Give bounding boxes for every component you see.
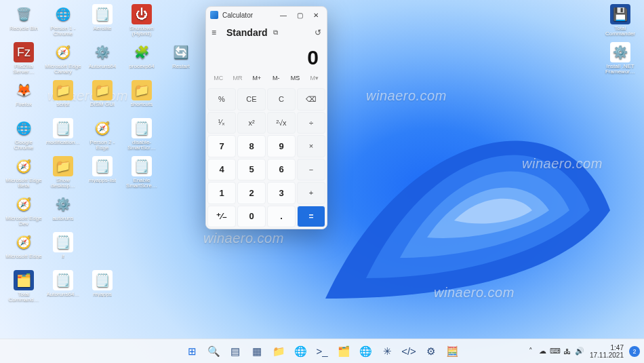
desktop-icon-autoruns[interactable]: ⚙️autoruns	[43, 193, 83, 231]
tray-onedrive-icon[interactable]: ☁	[537, 343, 549, 360]
key-4[interactable]: 4	[207, 159, 236, 181]
taskbar-chrome[interactable]: 🌐	[356, 342, 375, 361]
key-8[interactable]: 8	[237, 135, 266, 157]
key-=[interactable]: =	[297, 206, 325, 228]
desktop-icon-enable-smartscreen[interactable]: 🗒️Enable SmartScre…	[122, 155, 161, 193]
total-commander-r-icon: 💾	[610, 4, 630, 24]
desktop-icon-edge-beta[interactable]: 🧭Microsoft Edge Beta	[4, 155, 43, 193]
notifications-badge[interactable]: 2	[629, 346, 640, 357]
history-icon[interactable]: ↺	[315, 28, 321, 37]
key-⌫[interactable]: ⌫	[297, 88, 325, 111]
desktop-icon-show-desktop[interactable]: 📁Show desktop…	[43, 155, 83, 193]
key-⁺∕₋[interactable]: ⁺∕₋	[207, 206, 236, 228]
desktop-icon-google-chrome[interactable]: 🌐Google Chrome	[4, 117, 43, 155]
key-3[interactable]: 3	[267, 182, 296, 204]
key-x²[interactable]: x²	[237, 112, 266, 134]
desktop-icon-recycle-bin[interactable]: 🗑️Recycle Bin	[4, 3, 43, 41]
mem-m-[interactable]: M-	[266, 72, 285, 84]
key-C[interactable]: C	[267, 88, 296, 111]
keep-on-top-icon[interactable]: ⧉	[273, 28, 278, 37]
desktop-icon-shortcuts[interactable]: 📁shortcuts	[122, 79, 161, 117]
desktop-icon-total-commander[interactable]: 🗂️Total Command…	[4, 269, 43, 307]
desktop-icon-label: Microsoft Edge Canary	[45, 64, 81, 75]
desktop-icon-if[interactable]: 🗒️if	[43, 231, 83, 269]
edge-beta-icon: 🧭	[14, 156, 34, 176]
calculator-titlebar[interactable]: Calculator ― ▢ ✕	[206, 7, 327, 23]
tray-chevron-icon[interactable]: ˄	[525, 343, 537, 360]
key-²√x[interactable]: ²√x	[267, 112, 296, 134]
tray-volume-icon[interactable]: 🔊	[573, 343, 586, 360]
desktop-icon-total-commander-r[interactable]: 💾Total Commander	[601, 3, 640, 41]
key-5[interactable]: 5	[237, 159, 266, 181]
taskbar-task-view[interactable]: ▤	[226, 342, 245, 361]
desktop-icon-disable-smartscreen[interactable]: 🗒️disable-SmartScr…	[122, 117, 161, 155]
key-2[interactable]: 2	[237, 182, 266, 204]
edge-canary-icon: 🧭	[53, 42, 73, 62]
taskbar-calculator[interactable]: 🧮	[443, 342, 462, 361]
desktop-icon-filezilla-server[interactable]: FzFileZilla Server…	[4, 41, 43, 79]
taskbar-vscode[interactable]: </>	[399, 342, 418, 361]
close-button[interactable]: ✕	[308, 8, 324, 22]
taskbar-search[interactable]: 🔍	[204, 342, 223, 361]
desktop-icon-restart[interactable]: 🔄Restart	[161, 41, 201, 79]
key-CE[interactable]: CE	[237, 88, 266, 111]
desktop-icon-dism-gui[interactable]: 📁DISM GUI	[83, 79, 122, 117]
key-¹⁄ₓ[interactable]: ¹⁄ₓ	[207, 112, 236, 134]
person1-chrome-icon: 🌐	[53, 4, 73, 24]
key-−[interactable]: −	[297, 159, 325, 181]
dism-gui-icon: 📁	[92, 80, 113, 100]
desktop-icon-label: Person 1 - Chrome	[45, 26, 81, 37]
key-+[interactable]: +	[297, 182, 325, 204]
tray-network-icon[interactable]: 🖧	[561, 343, 573, 360]
desktop-icon-myapps-list[interactable]: 🗒️myapps-list	[83, 155, 122, 193]
taskbar-winaero[interactable]: ✳	[378, 342, 397, 361]
key-×[interactable]: ×	[297, 135, 325, 157]
desktop-icon-modification[interactable]: 🗒️modification…	[43, 117, 83, 155]
desktop-icon-label: Autoruns64	[89, 64, 117, 69]
hamburger-icon[interactable]: ≡	[212, 28, 221, 37]
total-commander-icon: 🗂️	[14, 270, 34, 290]
taskbar-start[interactable]: ⊞	[182, 342, 201, 361]
taskbar-clock[interactable]: 1:47 17.11.2021	[587, 344, 626, 359]
taskbar-total-commander[interactable]: 🗂️	[334, 342, 353, 361]
key-%[interactable]: %	[207, 88, 236, 111]
key-0[interactable]: 0	[237, 206, 266, 228]
taskbar-file-explorer[interactable]: 📁	[269, 342, 288, 361]
maximize-button[interactable]: ▢	[291, 8, 308, 22]
desktop-icon-edge-canary[interactable]: 🧭Microsoft Edge Canary	[43, 41, 83, 79]
taskbar-settings[interactable]: ⚙	[421, 342, 440, 361]
taskbar-widgets[interactable]: ▦	[247, 342, 266, 361]
key-9[interactable]: 9	[267, 135, 296, 157]
desktop-icon-person2-edge[interactable]: 🧭Person 2 - Edge	[83, 117, 122, 155]
desktop-icon-myapps[interactable]: 🗒️myapps	[83, 269, 122, 307]
mem-ms[interactable]: MS	[285, 72, 304, 84]
desktop-icon-install-net[interactable]: ⚙️Install .NET Framewor…	[601, 41, 640, 79]
desktop-icon-script[interactable]: 📁script	[43, 79, 83, 117]
key-7[interactable]: 7	[207, 135, 236, 157]
desktop-icon-firefox[interactable]: 🦊Firefox	[4, 79, 43, 117]
minimize-button[interactable]: ―	[275, 8, 291, 22]
desktop-icons-left: 🗑️Recycle Bin🌐Person 1 - Chrome🗒️Aerolit…	[4, 3, 201, 307]
key-.[interactable]: .	[267, 206, 296, 228]
watermark: winaero.com	[203, 231, 284, 246]
calculator-keypad: %CEC⌫¹⁄ₓx²²√x÷789×456−123+⁺∕₋0.=	[206, 87, 327, 229]
key-1[interactable]: 1	[207, 182, 236, 204]
mem-m+[interactable]: M+	[247, 72, 266, 84]
desktop-icon-aerolite[interactable]: 🗒️Aerolite	[83, 3, 122, 41]
desktop-icon-edge[interactable]: 🧭Microsoft Edge	[4, 231, 43, 269]
desktop-icon-person1-chrome[interactable]: 🌐Person 1 - Chrome	[43, 3, 83, 41]
tray-language-icon[interactable]: ⌨	[549, 343, 561, 360]
desktop-icon-shutdown-hybrid[interactable]: ⏻Shutdown (Hybrid)	[122, 3, 161, 41]
desktop-icon-edge-dev[interactable]: 🧭Microsoft Edge Dev	[4, 193, 43, 231]
clock-date: 17.11.2021	[590, 351, 624, 359]
taskbar-edge[interactable]: 🌐	[291, 342, 310, 361]
person2-edge-icon: 🧭	[92, 118, 113, 138]
key-6[interactable]: 6	[267, 159, 296, 181]
desktop-icon-label: Microsoft Edge Beta	[5, 178, 42, 189]
taskbar-terminal[interactable]: >_	[313, 342, 331, 361]
desktop-icon-label: shortcuts	[131, 102, 153, 107]
desktop-icon-autoruns64-2[interactable]: 🗒️Autoruns64…	[43, 269, 83, 307]
key-÷[interactable]: ÷	[297, 112, 325, 134]
desktop-icon-procexp64[interactable]: 🧩procexp64	[122, 41, 161, 79]
desktop-icon-autoruns64[interactable]: ⚙️Autoruns64	[83, 41, 122, 79]
